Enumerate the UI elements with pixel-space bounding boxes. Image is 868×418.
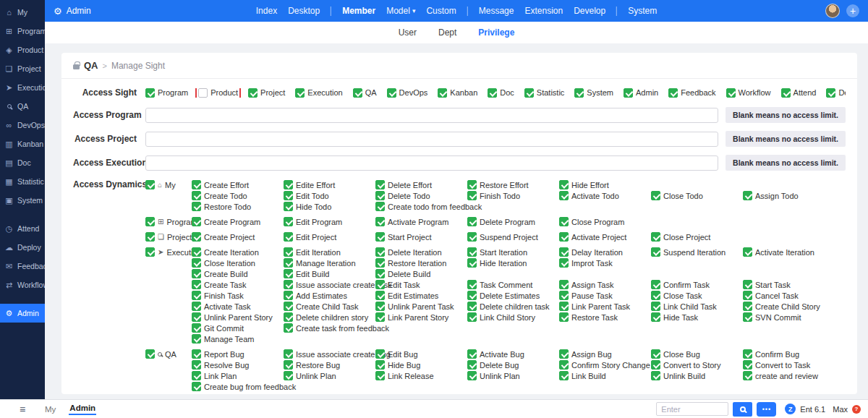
checkbox[interactable] — [284, 360, 293, 370]
dynamics-option-start-iteration[interactable]: Start Iteration — [467, 247, 559, 257]
checkbox[interactable] — [145, 232, 155, 242]
user-avatar[interactable] — [825, 4, 840, 18]
dynamics-option-edit-todo[interactable]: Edit Todo — [284, 191, 375, 200]
dynamics-option-link-plan[interactable]: Link Plan — [192, 371, 284, 380]
dynamics-option-delete-effort[interactable]: Delete Effort — [375, 180, 467, 189]
sidebar-item-admin[interactable]: ⚙Admin — [0, 304, 45, 323]
dynamics-option-assign-bug[interactable]: Assign Bug — [559, 349, 651, 359]
checkbox[interactable] — [145, 247, 155, 257]
checkbox[interactable] — [192, 180, 201, 189]
checkbox[interactable] — [375, 291, 385, 300]
sidebar-item-product[interactable]: ◈Product — [0, 40, 45, 59]
dynamics-option-report-bug[interactable]: Report Bug — [192, 349, 284, 359]
dynamics-option-activate-bug[interactable]: Activate Bug — [467, 349, 559, 359]
checkbox[interactable] — [467, 349, 477, 359]
checkbox[interactable] — [192, 323, 201, 333]
dynamics-option-svn-commit[interactable]: SVN Commit — [743, 312, 835, 322]
dynamics-option-hide-iteration[interactable]: Hide Iteration — [467, 258, 559, 268]
dynamics-option-create-effort[interactable]: Create Effort — [192, 180, 284, 189]
sidebar-item-program[interactable]: ⊞Program — [0, 22, 45, 40]
field-input-access-program[interactable] — [145, 108, 718, 123]
dynamics-option-unlink-plan[interactable]: Unlink Plan — [467, 371, 559, 380]
dynamics-option-edit-build[interactable]: Edit Build — [284, 269, 375, 278]
checkbox[interactable] — [743, 280, 752, 289]
checkbox[interactable] — [559, 217, 569, 226]
checkbox[interactable] — [651, 280, 660, 289]
checkbox[interactable] — [651, 302, 660, 311]
dynamics-option-create-todo[interactable]: Create Todo — [192, 191, 284, 200]
dynamics-option-suspend-project[interactable]: Suspend Project — [467, 232, 559, 242]
sidebar-item-deploy[interactable]: ☁Deploy — [0, 238, 45, 257]
checkbox[interactable] — [284, 312, 293, 322]
field-input-access-project[interactable] — [145, 132, 718, 147]
checkbox[interactable] — [192, 217, 201, 226]
dynamics-option-edit-program[interactable]: Edit Program — [284, 217, 375, 226]
checkbox[interactable] — [559, 302, 569, 311]
dynamics-option-delete-iteration[interactable]: Delete Iteration — [375, 247, 467, 257]
checkbox[interactable] — [284, 258, 293, 268]
checkbox[interactable] — [467, 191, 477, 200]
dynamics-option-pause-task[interactable]: Pause Task — [559, 291, 651, 300]
dynamics-option-edit-project[interactable]: Edit Project — [284, 232, 375, 242]
dynamics-option-create-project[interactable]: Create Project — [192, 232, 284, 242]
dynamics-option-edite-effort[interactable]: Edite Effort — [284, 180, 375, 189]
dynamics-option-manage-team[interactable]: Manage Team — [192, 334, 284, 344]
checkbox[interactable] — [467, 280, 477, 289]
dynamics-option-assign-task[interactable]: Assign Task — [559, 280, 651, 289]
checkbox[interactable] — [559, 371, 569, 380]
checkbox[interactable] — [375, 302, 385, 311]
checkbox[interactable] — [743, 302, 752, 311]
dynamics-group-toggle-my[interactable]: ⌂My — [145, 179, 192, 190]
dynamics-option-create-iteration[interactable]: Create Iteration — [192, 247, 284, 257]
dynamics-option-close-task[interactable]: Close Task — [651, 291, 743, 300]
dynamics-option-delete-estimates[interactable]: Delete Estimates — [467, 291, 559, 300]
dynamics-option-delete-todo[interactable]: Delete Todo — [375, 191, 467, 200]
checkbox[interactable] — [192, 232, 201, 242]
sight-option-workflow[interactable]: Workflow — [726, 88, 771, 98]
dynamics-option-finish-todo[interactable]: Finish Todo — [467, 191, 559, 200]
checkbox[interactable] — [726, 88, 736, 98]
checkbox[interactable] — [651, 349, 660, 359]
checkbox[interactable] — [743, 360, 752, 370]
sidebar-item-attend[interactable]: ◷Attend — [0, 219, 45, 238]
dynamics-option-finish-task[interactable]: Finish Task — [192, 291, 284, 300]
checkbox[interactable] — [743, 247, 752, 257]
checkbox[interactable] — [559, 258, 569, 268]
dynamics-option-create-program[interactable]: Create Program — [192, 217, 284, 226]
dynamics-option-issue-associate-create-bug[interactable]: Issue associate create bug — [284, 349, 375, 359]
sight-option-kanban[interactable]: Kanban — [438, 88, 477, 98]
checkbox[interactable] — [375, 371, 385, 380]
dynamics-option-unlink-build[interactable]: Unlink Build — [651, 371, 743, 380]
dynamics-option-hide-task[interactable]: Hide Task — [651, 312, 743, 322]
dynamics-option-link-build[interactable]: Link Build — [559, 371, 651, 380]
dynamics-option-close-bug[interactable]: Close Bug — [651, 349, 743, 359]
top-menu-message[interactable]: Message — [479, 6, 514, 16]
dynamics-option-create-todo-from-feedback[interactable]: Create todo from feedback — [375, 202, 467, 211]
dynamics-option-activate-project[interactable]: Activate Project — [559, 232, 651, 242]
checkbox[interactable] — [192, 269, 201, 278]
checkbox[interactable] — [467, 258, 477, 268]
dynamics-option-edit-estimates[interactable]: Edit Estimates — [375, 291, 467, 300]
dynamics-option-edit-iteration[interactable]: Edit Iteration — [284, 247, 375, 257]
checkbox[interactable] — [284, 217, 293, 226]
top-menu-model[interactable]: Model▾ — [386, 6, 415, 16]
dynamics-option-create-build[interactable]: Create Build — [192, 269, 284, 278]
checkbox[interactable] — [624, 88, 633, 98]
checkbox[interactable] — [284, 232, 293, 242]
dynamics-option-delete-children-task[interactable]: Delete children task — [467, 302, 559, 311]
checkbox[interactable] — [375, 360, 385, 370]
sidebar-item-doc[interactable]: ▤Doc — [0, 153, 45, 172]
dynamics-option-activate-iteration[interactable]: Activate Iteration — [743, 247, 835, 257]
dynamics-option-activate-todo[interactable]: Activate Todo — [559, 191, 651, 200]
checkbox[interactable] — [284, 202, 293, 211]
checkbox[interactable] — [375, 258, 385, 268]
checkbox[interactable] — [192, 334, 201, 344]
checkbox[interactable] — [743, 371, 752, 380]
checkbox[interactable] — [559, 191, 569, 200]
dynamics-option-cancel-task[interactable]: Cancel Task — [743, 291, 835, 300]
checkbox[interactable] — [467, 291, 477, 300]
sidebar-item-execution[interactable]: ➤Execution — [0, 78, 45, 97]
checkbox[interactable] — [375, 349, 385, 359]
dynamics-option-restore-todo[interactable]: Restore Todo — [192, 202, 284, 211]
sight-option-product[interactable]: Product — [198, 88, 238, 98]
